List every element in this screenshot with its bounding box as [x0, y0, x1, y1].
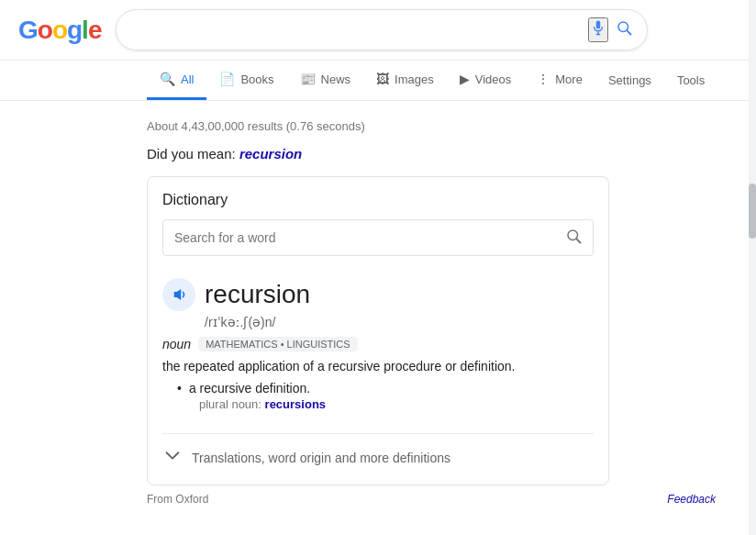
tab-news[interactable]: 📰 News	[287, 61, 364, 100]
scrollbar-thumb[interactable]	[749, 184, 756, 239]
header: Google recursion	[0, 0, 756, 61]
tools-label: Tools	[677, 73, 705, 87]
chevron-down-icon	[162, 445, 183, 470]
results-area: About 4,43,00,000 results (0.76 seconds)…	[0, 101, 756, 485]
did-you-mean: Did you mean: recursion	[147, 142, 609, 173]
nav-tabs: 🔍 All 📄 Books 📰 News 🖼 Images ▶ Videos ⋮…	[0, 61, 756, 101]
google-logo[interactable]: Google	[18, 16, 101, 45]
svg-marker-6	[174, 289, 182, 300]
word-entry: recursion /rɪˈkəː.ʃ(ə)n/ noun MATHEMATIC…	[162, 271, 594, 418]
word-sub: • a recursive definition. plural noun: r…	[162, 381, 594, 411]
images-tab-icon: 🖼	[376, 72, 389, 86]
search-submit-button[interactable]	[616, 19, 632, 40]
word-header: recursion	[162, 278, 594, 311]
books-tab-icon: 📄	[219, 72, 235, 86]
more-tab-icon: ⋮	[537, 72, 550, 86]
svg-line-3	[628, 30, 631, 34]
scrollbar[interactable]	[749, 0, 756, 506]
word-pos: noun	[162, 337, 191, 351]
search-input[interactable]: recursion	[131, 22, 581, 39]
bullet-item: • a recursive definition.	[177, 381, 594, 396]
word-search-bar	[162, 219, 594, 256]
tab-more-label: More	[555, 72, 583, 86]
tab-all[interactable]: 🔍 All	[147, 61, 206, 100]
from-oxford-label: From Oxford	[147, 493, 208, 506]
svg-line-5	[576, 239, 580, 242]
dictionary-title: Dictionary	[162, 192, 594, 208]
word-tags: MATHEMATICS • LINGUISTICS	[198, 337, 357, 351]
plural-note: plural noun: recursions	[199, 397, 594, 411]
dictionary-card: Dictionary recursion /rɪ	[147, 176, 609, 485]
tools-link[interactable]: Tools	[664, 62, 717, 98]
plural-word-link[interactable]: recursions	[265, 397, 326, 411]
search-bar: recursion	[116, 9, 648, 50]
more-defs-label: Translations, word origin and more defin…	[192, 451, 450, 465]
bullet-definition: a recursive definition.	[189, 381, 310, 396]
tab-all-label: All	[181, 72, 194, 86]
all-tab-icon: 🔍	[160, 72, 175, 86]
settings-label: Settings	[608, 73, 651, 87]
results-count: About 4,43,00,000 results (0.76 seconds)	[147, 110, 609, 142]
microphone-icon[interactable]	[588, 17, 608, 42]
word-definition: the repeated application of a recursive …	[162, 359, 594, 373]
word-pos-row: noun MATHEMATICS • LINGUISTICS	[162, 337, 594, 351]
tab-more[interactable]: ⋮ More	[524, 61, 595, 100]
tab-news-label: News	[321, 72, 351, 86]
from-oxford-footer: From Oxford Feedback	[147, 485, 716, 506]
word-search-button[interactable]	[565, 228, 582, 248]
sound-button[interactable]	[162, 278, 195, 311]
settings-link[interactable]: Settings	[595, 62, 664, 98]
word-search-input[interactable]	[174, 230, 558, 245]
tab-images[interactable]: 🖼 Images	[363, 61, 447, 100]
word-title: recursion	[205, 280, 310, 309]
word-phonetic: /rɪˈkəː.ʃ(ə)n/	[205, 315, 594, 329]
tab-videos-label: Videos	[475, 72, 512, 86]
feedback-link[interactable]: Feedback	[667, 493, 716, 506]
videos-tab-icon: ▶	[460, 72, 470, 86]
more-definitions[interactable]: Translations, word origin and more defin…	[162, 433, 594, 470]
tab-images-label: Images	[395, 72, 434, 86]
did-you-mean-link[interactable]: recursion	[239, 146, 302, 162]
plural-label: plural noun:	[199, 397, 261, 411]
did-you-mean-label: Did you mean:	[147, 146, 236, 162]
word-tag: MATHEMATICS • LINGUISTICS	[198, 337, 357, 351]
tab-books[interactable]: 📄 Books	[206, 61, 286, 100]
tab-videos[interactable]: ▶ Videos	[447, 61, 525, 100]
bullet-symbol: •	[177, 381, 182, 396]
tab-books-label: Books	[240, 72, 273, 86]
news-tab-icon: 📰	[300, 72, 316, 86]
